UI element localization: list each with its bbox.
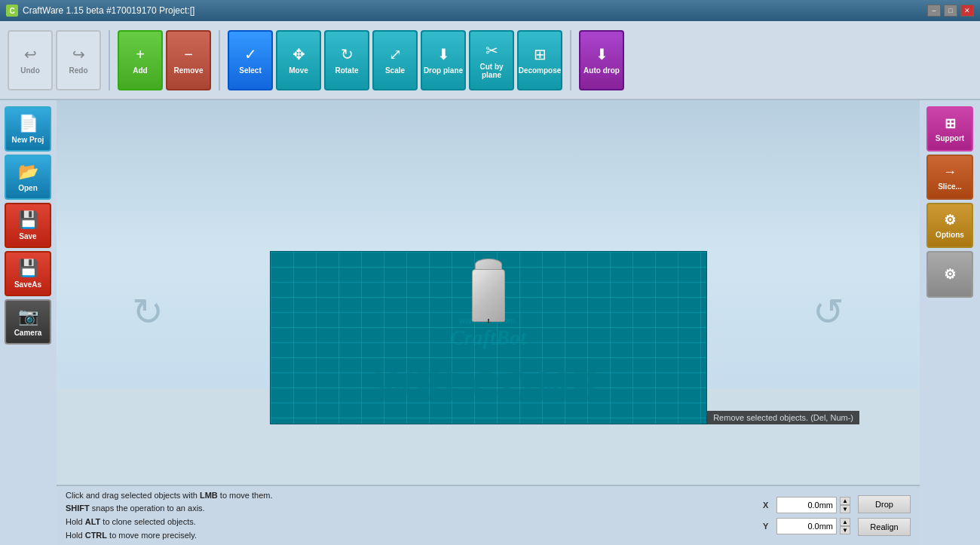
move-icon: ✥ xyxy=(292,45,305,63)
undo-redo-group: ↩ Undo ↪ Redo xyxy=(8,30,101,90)
corner-guide-left: ↻ xyxy=(132,290,164,334)
coordinate-group: X ▲ ▼ Y ▲ ▼ xyxy=(763,497,850,534)
decompose-icon: ⊞ xyxy=(534,45,547,63)
remove-button[interactable]: − Remove xyxy=(166,30,211,90)
object-body xyxy=(472,269,505,322)
options-button[interactable]: ⚙ Options xyxy=(926,203,973,248)
titlebar-controls[interactable]: – □ ✕ xyxy=(927,5,974,17)
right-sidebar: ⊞ Support → Slice... ⚙ Options ⚙ xyxy=(920,100,980,545)
drop-plane-button[interactable]: ⬇ Drop plane xyxy=(421,30,466,90)
status-text: Remove selected objects. (Del, Num-) xyxy=(713,413,853,422)
save-label: Save xyxy=(19,232,36,240)
hint-line-3: Hold ALT to clone selected objects. xyxy=(66,516,755,529)
y-spinner[interactable]: ▲ ▼ xyxy=(840,518,850,534)
gear-icon: ⚙ xyxy=(944,266,956,283)
support-button[interactable]: ⊞ Support xyxy=(926,106,973,152)
open-label: Open xyxy=(18,184,38,192)
select-icon: ✓ xyxy=(244,45,257,63)
y-spin-down[interactable]: ▼ xyxy=(840,526,850,534)
save-as-icon: 💾 xyxy=(18,259,38,278)
drop-plane-icon: ⬇ xyxy=(437,45,450,63)
support-icon: ⊞ xyxy=(945,115,956,132)
drop-plane-label: Drop plane xyxy=(424,66,463,75)
y-label: Y xyxy=(763,522,773,531)
titlebar-title: CraftWare 1.15 beta #170019170 Project:[… xyxy=(23,5,194,16)
add-icon: + xyxy=(136,46,145,63)
undo-button[interactable]: ↩ Undo xyxy=(8,30,53,90)
realign-button[interactable]: Realign xyxy=(858,518,911,536)
close-button[interactable]: ✕ xyxy=(960,5,974,17)
titlebar: C CraftWare 1.15 beta #170019170 Project… xyxy=(0,0,980,21)
y-input[interactable] xyxy=(776,518,837,534)
x-coord-row: X ▲ ▼ xyxy=(763,497,850,513)
remove-label: Remove xyxy=(174,66,204,75)
auto-drop-group: ⬇ Auto drop xyxy=(579,30,624,90)
drop-button[interactable]: Drop xyxy=(858,495,911,513)
new-project-icon: 📄 xyxy=(18,114,38,133)
select-button[interactable]: ✓ Select xyxy=(228,30,273,90)
rotate-button[interactable]: ↻ Rotate xyxy=(324,30,369,90)
rotate-icon: ↻ xyxy=(341,45,354,63)
action-buttons: Drop Realign xyxy=(858,495,911,536)
slice-button[interactable]: → Slice... xyxy=(926,155,973,200)
hint-line-2: SHIFT snaps the operation to an axis. xyxy=(66,502,755,516)
new-project-button[interactable]: 📄 New Proj xyxy=(5,106,51,152)
x-spin-down[interactable]: ▼ xyxy=(840,505,850,513)
add-remove-group: + Add − Remove xyxy=(118,30,211,90)
scale-button[interactable]: ⤢ Scale xyxy=(372,30,418,90)
decompose-button[interactable]: ⊞ Decompose xyxy=(517,30,562,90)
hint-text: Click and drag selected objects with LMB… xyxy=(66,489,755,542)
undo-icon: ↩ xyxy=(24,45,37,63)
toolbar: ↩ Undo ↪ Redo + Add − Remove ✓ Select ✥ … xyxy=(0,21,980,100)
cut-plane-button[interactable]: ✂ Cut by plane xyxy=(469,30,514,90)
y-spin-up[interactable]: ▲ xyxy=(840,518,850,526)
x-label: X xyxy=(763,501,773,510)
3d-object xyxy=(470,259,507,319)
slice-icon: → xyxy=(943,164,957,180)
transform-group: ✓ Select ✥ Move ↻ Rotate ⤢ Scale ⬇ Drop … xyxy=(228,30,562,90)
auto-drop-icon: ⬇ xyxy=(596,45,608,63)
open-button[interactable]: 📂 Open xyxy=(5,155,51,200)
status-bar: Remove selected objects. (Del, Num-) xyxy=(707,411,859,424)
support-label: Support xyxy=(936,134,964,142)
auto-drop-button[interactable]: ⬇ Auto drop xyxy=(579,30,624,90)
decompose-label: Decompose xyxy=(519,66,562,75)
titlebar-left: C CraftWare 1.15 beta #170019170 Project… xyxy=(6,5,194,17)
options-gear-button[interactable]: ⚙ xyxy=(926,251,973,298)
new-project-label: New Proj xyxy=(12,136,44,144)
add-button[interactable]: + Add xyxy=(118,30,163,90)
viewport[interactable]: www.sxzw.com. CraftBot WELCOME ↻ ↺ Remov… xyxy=(57,100,920,485)
add-label: Add xyxy=(133,66,147,75)
left-sidebar: 📄 New Proj 📂 Open 💾 Save 💾 SaveAs 📷 Came… xyxy=(0,100,57,545)
slice-label: Slice... xyxy=(938,182,962,191)
welcome-text: WELCOME xyxy=(375,363,602,409)
camera-icon: 📷 xyxy=(18,307,38,326)
move-label: Move xyxy=(289,66,308,75)
save-as-label: SaveAs xyxy=(14,280,41,289)
save-icon: 💾 xyxy=(18,210,38,230)
options-icon: ⚙ xyxy=(944,212,956,228)
scene-background: www.sxzw.com. CraftBot WELCOME ↻ ↺ xyxy=(57,100,920,485)
remove-icon: − xyxy=(184,46,193,63)
camera-button[interactable]: 📷 Camera xyxy=(5,299,51,344)
y-coord-row: Y ▲ ▼ xyxy=(763,518,850,534)
redo-icon: ↪ xyxy=(72,45,85,63)
redo-label: Redo xyxy=(69,66,88,75)
minimize-button[interactable]: – xyxy=(927,5,941,17)
scale-label: Scale xyxy=(385,66,405,75)
cut-plane-icon: ✂ xyxy=(485,41,498,60)
redo-button[interactable]: ↪ Redo xyxy=(56,30,101,90)
object-top xyxy=(475,259,502,269)
options-label: Options xyxy=(936,231,964,239)
select-label: Select xyxy=(239,66,261,75)
x-spinner[interactable]: ▲ ▼ xyxy=(840,497,850,513)
bottom-bar: Click and drag selected objects with LMB… xyxy=(57,485,920,545)
app-icon: C xyxy=(6,5,18,17)
move-button[interactable]: ✥ Move xyxy=(276,30,321,90)
save-as-button[interactable]: 💾 SaveAs xyxy=(5,251,51,296)
hint-line-1: Click and drag selected objects with LMB… xyxy=(66,489,755,503)
maximize-button[interactable]: □ xyxy=(944,5,957,17)
x-input[interactable] xyxy=(776,497,837,513)
x-spin-up[interactable]: ▲ xyxy=(840,497,850,505)
save-button[interactable]: 💾 Save xyxy=(5,203,51,248)
